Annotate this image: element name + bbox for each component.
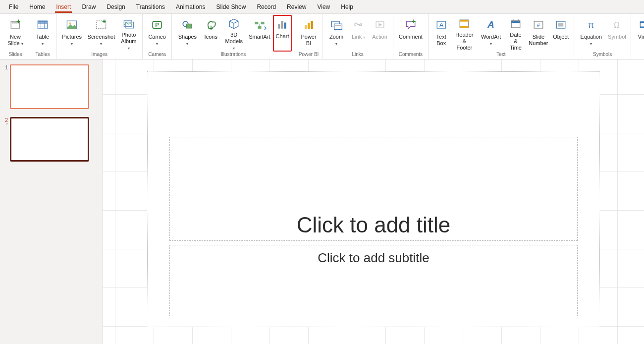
ribbon-new-slide-button[interactable]: NewSlide ▾ — [5, 15, 26, 52]
symbol-icon: Ω — [609, 17, 625, 33]
menu-home[interactable]: Home — [24, 1, 50, 12]
svg-rect-34 — [513, 19, 514, 21]
ribbon-button-label: Comment — [399, 34, 423, 40]
ribbon-group-images: Pictures ▾Screenshot ▾PhotoAlbum ▾Images — [56, 14, 143, 59]
ribbon-button-label: Date &Time — [508, 32, 523, 51]
slide-thumbnail[interactable] — [10, 64, 89, 109]
smartart-icon — [252, 17, 268, 33]
svg-rect-30 — [460, 26, 469, 28]
ribbon-button-label: Link ▾ — [352, 34, 365, 41]
menu-file[interactable]: File — [4, 1, 23, 12]
ribbon-table-button[interactable]: Table ▾ — [32, 15, 53, 52]
ribbon-text-box-button[interactable]: ATextBox — [431, 15, 451, 52]
ribbon-slide-number-button[interactable]: #SlideNumber — [527, 15, 550, 52]
svg-rect-1 — [12, 22, 19, 24]
ribbon-object-button[interactable]: Object — [551, 15, 571, 52]
slide-thumbnail-row: 1 — [3, 64, 98, 109]
slide-thumbnail[interactable] — [10, 117, 89, 162]
title-placeholder[interactable]: Click to add title — [169, 137, 578, 241]
svg-rect-19 — [305, 25, 307, 29]
models3d-icon — [226, 17, 242, 31]
ribbon-button-label: Object — [553, 34, 569, 40]
menu-draw[interactable]: Draw — [77, 1, 101, 12]
ribbon-screenshot-button[interactable]: Screenshot ▾ — [85, 15, 117, 52]
ribbon-cameo-button[interactable]: PCameo ▾ — [146, 15, 168, 52]
svg-rect-16 — [278, 24, 280, 29]
menu-help[interactable]: Help — [336, 1, 358, 12]
icons-icon — [203, 17, 219, 33]
textbox-icon: A — [433, 17, 449, 33]
ribbon-power-bi-button[interactable]: PowerBI — [298, 15, 319, 52]
ribbon-shapes-button[interactable]: Shapes ▾ — [175, 15, 200, 52]
ribbon-group-slides: NewSlide ▾Slides — [2, 14, 29, 59]
subtitle-placeholder[interactable]: Click to add subtitle — [169, 245, 578, 316]
ribbon-button-label: SmartArt — [249, 34, 270, 40]
svg-rect-15 — [258, 26, 261, 29]
menu-view[interactable]: View — [312, 1, 335, 12]
ribbon-button-label: 3DModels ▾ — [224, 32, 244, 52]
ribbon-group-label: Comments — [399, 52, 423, 58]
object-icon — [553, 17, 569, 33]
ribbon-group-tables: Table ▾Tables — [29, 14, 56, 59]
title-placeholder-text: Click to add title — [297, 213, 451, 237]
svg-rect-3 — [38, 21, 47, 23]
ribbon-icons-button[interactable]: Icons — [201, 15, 221, 52]
menu-transitions[interactable]: Transitions — [131, 1, 170, 12]
ribbon-button-label: Screenshot ▾ — [88, 34, 115, 47]
shapes-icon — [179, 17, 195, 33]
slidenumber-icon: # — [531, 17, 546, 33]
ribbon-header-footer-button[interactable]: Header& Footer — [452, 15, 477, 52]
ribbon-button-label: SlideNumber — [529, 34, 548, 47]
svg-text:A: A — [487, 19, 494, 30]
ribbon-button-label: Chart — [276, 33, 289, 40]
ribbon-button-label: PowerBI — [301, 34, 316, 47]
svg-text:π: π — [588, 20, 594, 30]
ribbon-button-label: Equation ▾ — [580, 34, 602, 47]
ribbon-group-label: Tables — [36, 52, 50, 58]
menu-animations[interactable]: Animations — [171, 1, 210, 12]
svg-rect-17 — [281, 21, 283, 29]
svg-rect-23 — [334, 24, 342, 29]
ribbon-button-label: Icons — [205, 34, 217, 40]
svg-rect-35 — [518, 19, 519, 21]
subtitle-placeholder-text: Click to add subtitle — [318, 250, 429, 266]
ribbon-button-label: Zoom ▾ — [328, 34, 345, 47]
menu-design[interactable]: Design — [102, 1, 130, 12]
ribbon-equation-button[interactable]: πEquation ▾ — [577, 15, 605, 52]
menu-insert[interactable]: Insert — [51, 1, 76, 12]
ribbon-group-label: Symbols — [593, 52, 612, 58]
ribbon-pictures-button[interactable]: Pictures ▾ — [59, 15, 84, 52]
ribbon-group-label: Camera — [148, 52, 166, 58]
svg-text:A: A — [439, 21, 443, 29]
slide-thumbnail-panel: 12* — [0, 59, 103, 344]
headerfooter-icon — [456, 17, 472, 31]
chart-icon — [274, 16, 290, 32]
ribbon-zoom-button[interactable]: Zoom ▾ — [325, 15, 347, 52]
ribbon-video-button[interactable]: Video ▾ — [634, 15, 644, 52]
ribbon-3d-models-button[interactable]: 3DModels ▾ — [222, 15, 246, 52]
ribbon-comment-button[interactable]: Comment — [396, 15, 425, 52]
menu-bar: FileHomeInsertDrawDesignTransitionsAnima… — [0, 0, 644, 14]
ribbon-date-time-button[interactable]: Date &Time — [505, 15, 526, 52]
link-icon — [351, 17, 367, 33]
ribbon-photo-album-button[interactable]: PhotoAlbum ▾ — [118, 15, 139, 52]
photoalbum-icon — [121, 17, 137, 31]
ribbon-chart-button[interactable]: Chart — [273, 15, 292, 52]
ribbon-wordart-button[interactable]: AWordArt ▾ — [478, 15, 504, 52]
ribbon-smartart-button[interactable]: SmartArt — [247, 15, 272, 52]
ribbon-button-label: TextBox — [436, 34, 446, 47]
menu-review[interactable]: Review — [282, 1, 311, 12]
ribbon-group-label: Slides — [8, 52, 22, 58]
workspace: 12* Click to add title Click to add subt… — [0, 59, 644, 344]
video-icon — [637, 17, 644, 33]
ribbon-group-label: Power BI — [299, 52, 319, 58]
menu-slide-show[interactable]: Slide Show — [211, 1, 251, 12]
ribbon-group-comments: CommentComments — [393, 14, 429, 59]
svg-rect-14 — [261, 22, 265, 24]
svg-text:P: P — [155, 22, 159, 28]
menu-record[interactable]: Record — [252, 1, 281, 12]
ribbon-group-illustrations: Shapes ▾Icons3DModels ▾SmartArtChartIllu… — [172, 14, 295, 59]
ribbon-button-label: Symbol — [608, 34, 626, 40]
zoom-icon — [328, 17, 344, 33]
svg-rect-12 — [187, 24, 192, 28]
